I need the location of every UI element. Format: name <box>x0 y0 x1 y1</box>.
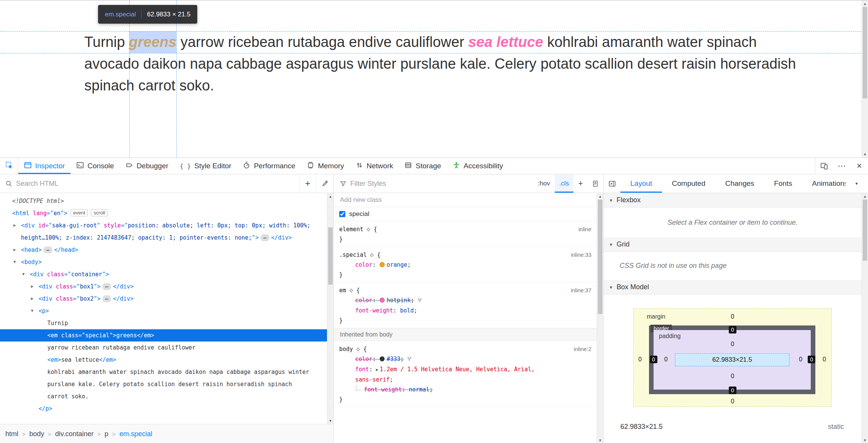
box-model-section-header[interactable]: ▼ Box Model <box>604 280 862 295</box>
scroll-up-arrow[interactable]: ▲ <box>597 193 603 200</box>
grid-section-header[interactable]: ▼ Grid <box>604 237 862 252</box>
scroll-down-arrow[interactable]: ▼ <box>862 437 868 443</box>
markup-node[interactable]: Turnip <box>0 317 333 329</box>
tab-computed[interactable]: Computed <box>662 174 715 193</box>
markup-node[interactable]: </p> <box>0 403 333 415</box>
border-top-value[interactable]: 0 <box>729 326 736 333</box>
color-swatch[interactable] <box>380 356 385 361</box>
scrollbar-thumb[interactable] <box>863 200 867 261</box>
expand-twisty-icon[interactable]: ▶ <box>31 280 34 293</box>
markup-node[interactable]: <html lang="en">eventscroll <box>0 207 333 219</box>
css-declaration[interactable]: font: ▶1.2em / 1.5 Helvetica Neue, Helve… <box>339 364 538 385</box>
sidebar-toggle-icon[interactable] <box>604 174 620 193</box>
border-bottom-value[interactable]: 0 <box>729 387 736 394</box>
layout-scrollbar[interactable]: ▲ ▼ <box>862 193 868 443</box>
css-declaration[interactable]: color: #333; <box>339 354 538 364</box>
stylesheet-icon[interactable] <box>588 174 603 193</box>
node-badge[interactable]: event <box>71 209 88 216</box>
collapsed-children-icon[interactable]: ⋯ <box>43 246 52 253</box>
responsive-design-mode-icon[interactable] <box>815 158 833 174</box>
markup-node[interactable]: ▶<head>⋯</head> <box>0 244 333 256</box>
node-badge[interactable]: scroll <box>91 209 108 216</box>
tab-style-editor[interactable]: { } Style Editor <box>174 158 237 174</box>
breadcrumb-item[interactable]: html <box>5 430 18 438</box>
markup-node[interactable]: ▶<div id="saka-gui-root" style="position… <box>0 219 333 244</box>
collapsed-children-icon[interactable]: ⋯ <box>103 283 111 290</box>
rules-scrollbar[interactable]: ▲ ▼ <box>597 193 603 443</box>
css-declaration[interactable]: color: hotpink; <box>339 295 538 306</box>
filter-styles-input[interactable] <box>350 180 533 188</box>
expand-twisty-icon[interactable]: ▶ <box>13 244 16 256</box>
markup-node[interactable]: ▼<p> <box>0 305 333 317</box>
collapsed-children-icon[interactable]: ⋯ <box>261 234 269 241</box>
scroll-up-arrow[interactable]: ▲ <box>862 193 868 200</box>
class-toggle-button[interactable]: .cls <box>555 174 574 193</box>
rule-source-link[interactable]: inline:2 <box>574 344 591 354</box>
scrollbar-thumb[interactable] <box>328 227 333 285</box>
class-checkbox[interactable] <box>339 211 345 217</box>
shorthand-expander-icon[interactable]: ▶ <box>376 365 378 375</box>
scroll-up-arrow[interactable]: ▲ <box>327 193 333 200</box>
padding-top-value[interactable]: 0 <box>731 341 734 348</box>
selector-highlighter-icon[interactable] <box>366 227 371 232</box>
add-rule-button[interactable]: + <box>573 174 588 193</box>
scrollbar-thumb[interactable] <box>863 7 867 98</box>
padding-left-value[interactable]: 0 <box>664 356 668 363</box>
rule-selector[interactable]: .special <box>339 250 367 260</box>
scroll-down-arrow[interactable]: ▼ <box>597 437 603 443</box>
border-right-value[interactable]: 0 <box>808 356 815 363</box>
breadcrumb-item[interactable]: em.special <box>119 430 152 438</box>
close-devtools-icon[interactable]: ✕ <box>850 158 868 174</box>
tab-debugger[interactable]: Debugger <box>120 158 174 174</box>
markup-node[interactable]: ▼<div class="container"> <box>0 268 333 280</box>
add-node-button[interactable]: + <box>299 174 316 193</box>
padding-right-value[interactable]: 0 <box>799 356 802 363</box>
expand-twisty-icon[interactable]: ▶ <box>13 219 16 232</box>
markup-node[interactable]: ▼<body> <box>0 256 333 268</box>
color-swatch[interactable] <box>380 298 385 303</box>
overridden-filter-icon[interactable] <box>407 356 412 363</box>
css-declaration[interactable]: font-weight: normal; <box>339 385 538 395</box>
tab-console[interactable]: Console <box>71 158 120 174</box>
breadcrumb-item[interactable]: div.container <box>55 430 94 438</box>
expand-twisty-icon[interactable]: ▼ <box>22 268 25 280</box>
css-declaration[interactable]: color: orange; <box>339 260 538 270</box>
add-class-input[interactable] <box>340 196 591 204</box>
margin-left-value[interactable]: 0 <box>638 356 642 363</box>
selector-highlighter-icon[interactable] <box>369 253 374 258</box>
page-scrollbar[interactable]: ▲ ▼ <box>862 0 868 158</box>
color-swatch[interactable] <box>380 262 385 267</box>
markup-node[interactable]: ▶<div class="box2">⋯</div> <box>0 293 333 305</box>
tab-storage[interactable]: Storage <box>399 158 447 174</box>
tab-overflow-icon[interactable]: ▾ <box>852 181 862 186</box>
scroll-down-arrow[interactable]: ▼ <box>862 151 868 158</box>
scroll-up-arrow[interactable]: ▲ <box>862 0 868 7</box>
margin-right-value[interactable]: 0 <box>823 356 826 363</box>
markup-node[interactable]: <em>sea lettuce</em> <box>0 354 333 366</box>
search-html-input[interactable] <box>16 180 299 188</box>
rule-selector[interactable]: element <box>339 224 363 234</box>
border-left-value[interactable]: 0 <box>650 356 657 363</box>
rule-source-link[interactable]: inline <box>578 224 591 234</box>
tab-inspector[interactable]: Inspector <box>18 158 71 174</box>
markup-node[interactable]: <!DOCTYPE html> <box>0 195 333 207</box>
collapsed-children-icon[interactable]: ⋯ <box>103 295 111 302</box>
flexbox-section-header[interactable]: ▼ Flexbox <box>604 193 862 208</box>
padding-bottom-value[interactable]: 0 <box>731 373 734 380</box>
tab-animations[interactable]: Animations <box>802 174 845 193</box>
markup-node-selected[interactable]: <em class="special">greens</em> <box>0 329 333 342</box>
css-declaration[interactable]: font-weight: bold; <box>339 306 538 316</box>
tab-changes[interactable]: Changes <box>715 174 764 193</box>
expand-twisty-icon[interactable]: ▶ <box>31 293 34 305</box>
pick-element-button[interactable] <box>0 158 18 174</box>
markup-node[interactable]: yarrow ricebean rutabaga endive cauliflo… <box>0 342 333 354</box>
rule-source-link[interactable]: inline:33 <box>571 250 591 260</box>
markup-scrollbar[interactable]: ▲ ▼ <box>327 193 333 424</box>
markup-node[interactable]: kohlrabi amaranth water spinach avocado … <box>0 366 333 403</box>
rule-source-link[interactable]: inline:37 <box>571 285 591 295</box>
margin-bottom-value[interactable]: 0 <box>731 398 734 405</box>
eyedropper-icon[interactable] <box>316 174 333 193</box>
markup-node[interactable]: ▶<div class="box1">⋯</div> <box>0 280 333 293</box>
rule-selector[interactable]: em <box>339 285 346 295</box>
tab-fonts[interactable]: Fonts <box>764 174 802 193</box>
